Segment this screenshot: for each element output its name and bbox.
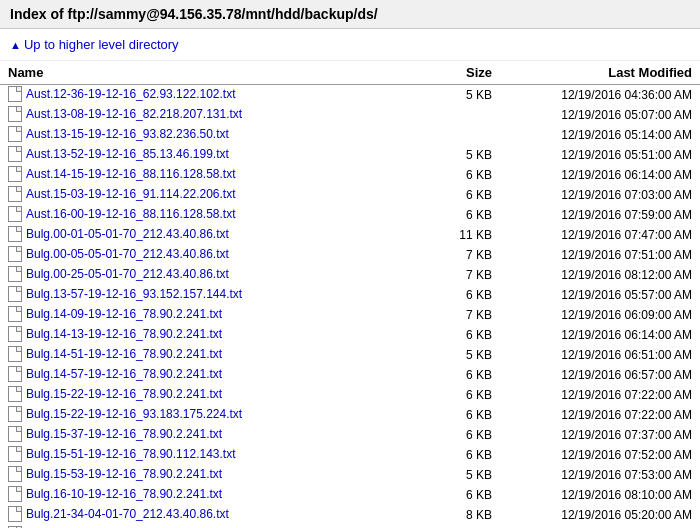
file-modified-cell: 12/19/2016 07:53:00 AM [500,465,700,485]
file-icon [8,146,22,162]
table-row: Aust.13-08-19-12-16_82.218.207.131.txt12… [0,105,700,125]
file-size-cell: 6 KB [440,165,500,185]
file-name-cell: Bulg.14-13-19-12-16_78.90.2.241.txt [0,325,440,345]
file-modified-cell: 12/19/2016 08:12:00 AM [500,265,700,285]
table-row: Bulg.14-57-19-12-16_78.90.2.241.txt6 KB1… [0,365,700,385]
table-row: Bulg.00-25-05-01-70_212.43.40.86.txt7 KB… [0,265,700,285]
file-icon [8,446,22,462]
file-modified-cell: 12/19/2016 06:14:00 AM [500,165,700,185]
file-icon [8,166,22,182]
file-name-cell: Bulg.13-57-19-12-16_93.152.157.144.txt [0,285,440,305]
page-header: Index of ftp://sammy@94.156.35.78/mnt/hd… [0,0,700,29]
file-link[interactable]: Aust.12-36-19-12-16_62.93.122.102.txt [26,87,235,101]
modified-column-header: Last Modified [500,61,700,85]
file-modified-cell: 12/19/2016 07:59:00 AM [500,205,700,225]
up-link[interactable]: ▲ Up to higher level directory [10,37,179,52]
file-link[interactable]: Bulg.14-09-19-12-16_78.90.2.241.txt [26,307,222,321]
file-size-cell: 5 KB [440,465,500,485]
file-modified-cell: 12/19/2016 06:51:00 AM [500,345,700,365]
file-icon [8,266,22,282]
table-row: Aust.14-15-19-12-16_88.116.128.58.txt6 K… [0,165,700,185]
file-link[interactable]: Bulg.00-25-05-01-70_212.43.40.86.txt [26,267,229,281]
file-icon [8,326,22,342]
file-link[interactable]: Aust.13-15-19-12-16_93.82.236.50.txt [26,127,229,141]
file-table: Name Size Last Modified Aust.12-36-19-12… [0,61,700,528]
table-row: Bulg.15-22-19-12-16_78.90.2.241.txt6 KB1… [0,385,700,405]
up-link-container: ▲ Up to higher level directory [0,29,700,61]
file-size-cell: 11 KB [440,225,500,245]
file-modified-cell: 12/19/2016 07:22:00 AM [500,385,700,405]
file-size-cell: 6 KB [440,285,500,305]
file-name-cell: Bulg.15-22-19-12-16_93.183.175.224.txt [0,405,440,425]
file-size-cell: 6 KB [440,325,500,345]
file-icon [8,346,22,362]
file-size-cell [440,105,500,125]
file-size-cell: 5 KB [440,85,500,106]
file-size-cell: 6 KB [440,365,500,385]
file-modified-cell: 12/19/2016 08:10:00 AM [500,485,700,505]
file-name-cell: Bulg.14-09-19-12-16_78.90.2.241.txt [0,305,440,325]
file-icon [8,106,22,122]
table-row: Aust.16-00-19-12-16_88.116.128.58.txt6 K… [0,205,700,225]
table-row: Bulg.15-51-19-12-16_78.90.112.143.txt6 K… [0,445,700,465]
table-row: Aust.12-36-19-12-16_62.93.122.102.txt5 K… [0,85,700,106]
file-icon [8,206,22,222]
table-row: Aust.13-15-19-12-16_93.82.236.50.txt12/1… [0,125,700,145]
file-link[interactable]: Bulg.00-01-05-01-70_212.43.40.86.txt [26,227,229,241]
file-icon [8,426,22,442]
table-row: Aust.13-52-19-12-16_85.13.46.199.txt5 KB… [0,145,700,165]
file-link[interactable]: Aust.13-52-19-12-16_85.13.46.199.txt [26,147,229,161]
file-link[interactable]: Aust.16-00-19-12-16_88.116.128.58.txt [26,207,235,221]
file-link[interactable]: Bulg.00-05-05-01-70_212.43.40.86.txt [26,247,229,261]
file-name-cell: Aust.14-15-19-12-16_88.116.128.58.txt [0,165,440,185]
table-row: Bulg.15-22-19-12-16_93.183.175.224.txt6 … [0,405,700,425]
file-modified-cell: 12/19/2016 07:52:00 AM [500,445,700,465]
file-name-cell: Bulg.15-51-19-12-16_78.90.112.143.txt [0,445,440,465]
file-modified-cell: 12/19/2016 07:37:00 AM [500,425,700,445]
file-name-cell: Bulg.00-01-05-01-70_212.43.40.86.txt [0,225,440,245]
file-name-cell: Bulg.15-37-19-12-16_78.90.2.241.txt [0,425,440,445]
file-name-cell: Aust.13-52-19-12-16_85.13.46.199.txt [0,145,440,165]
file-size-cell: 6 KB [440,485,500,505]
file-icon [8,366,22,382]
file-modified-cell: 12/19/2016 07:47:00 AM [500,225,700,245]
table-row: Bulg.21-34-04-01-70_212.43.40.86.txt8 KB… [0,505,700,525]
file-name-cell: Aust.12-36-19-12-16_62.93.122.102.txt [0,85,440,106]
file-size-cell: 5 KB [440,345,500,365]
table-row: Bulg.13-57-19-12-16_93.152.157.144.txt6 … [0,285,700,305]
file-size-cell: 6 KB [440,185,500,205]
file-link[interactable]: Bulg.15-37-19-12-16_78.90.2.241.txt [26,427,222,441]
file-link[interactable]: Bulg.13-57-19-12-16_93.152.157.144.txt [26,287,242,301]
table-row: Bulg.16-10-19-12-16_78.90.2.241.txt6 KB1… [0,485,700,505]
page-title: Index of ftp://sammy@94.156.35.78/mnt/hd… [10,6,378,22]
file-link[interactable]: Bulg.14-13-19-12-16_78.90.2.241.txt [26,327,222,341]
file-link[interactable]: Bulg.16-10-19-12-16_78.90.2.241.txt [26,487,222,501]
file-size-cell: 6 KB [440,405,500,425]
file-size-cell: 6 KB [440,425,500,445]
file-name-cell: Bulg.00-05-05-01-70_212.43.40.86.txt [0,245,440,265]
file-link[interactable]: Bulg.14-51-19-12-16_78.90.2.241.txt [26,347,222,361]
file-link[interactable]: Aust.13-08-19-12-16_82.218.207.131.txt [26,107,242,121]
file-modified-cell: 12/19/2016 05:14:00 AM [500,125,700,145]
file-icon [8,86,22,102]
file-link[interactable]: Bulg.15-22-19-12-16_78.90.2.241.txt [26,387,222,401]
file-link[interactable]: Bulg.21-34-04-01-70_212.43.40.86.txt [26,507,229,521]
file-modified-cell: 12/19/2016 06:57:00 AM [500,365,700,385]
file-icon [8,306,22,322]
file-name-cell: Aust.13-08-19-12-16_82.218.207.131.txt [0,105,440,125]
file-name-cell: Bulg.00-25-05-01-70_212.43.40.86.txt [0,265,440,285]
table-header: Name Size Last Modified [0,61,700,85]
file-modified-cell: 12/19/2016 05:07:00 AM [500,105,700,125]
file-link[interactable]: Bulg.15-22-19-12-16_93.183.175.224.txt [26,407,242,421]
file-link[interactable]: Bulg.15-51-19-12-16_78.90.112.143.txt [26,447,236,461]
file-icon [8,286,22,302]
file-list: Aust.12-36-19-12-16_62.93.122.102.txt5 K… [0,85,700,529]
file-link[interactable]: Bulg.15-53-19-12-16_78.90.2.241.txt [26,467,222,481]
table-row: Bulg.14-13-19-12-16_78.90.2.241.txt6 KB1… [0,325,700,345]
file-modified-cell: 12/19/2016 06:14:00 AM [500,325,700,345]
file-link[interactable]: Bulg.14-57-19-12-16_78.90.2.241.txt [26,367,222,381]
file-name-cell: Aust.16-00-19-12-16_88.116.128.58.txt [0,205,440,225]
file-link[interactable]: Aust.14-15-19-12-16_88.116.128.58.txt [26,167,235,181]
file-link[interactable]: Aust.15-03-19-12-16_91.114.22.206.txt [26,187,235,201]
file-icon [8,486,22,502]
